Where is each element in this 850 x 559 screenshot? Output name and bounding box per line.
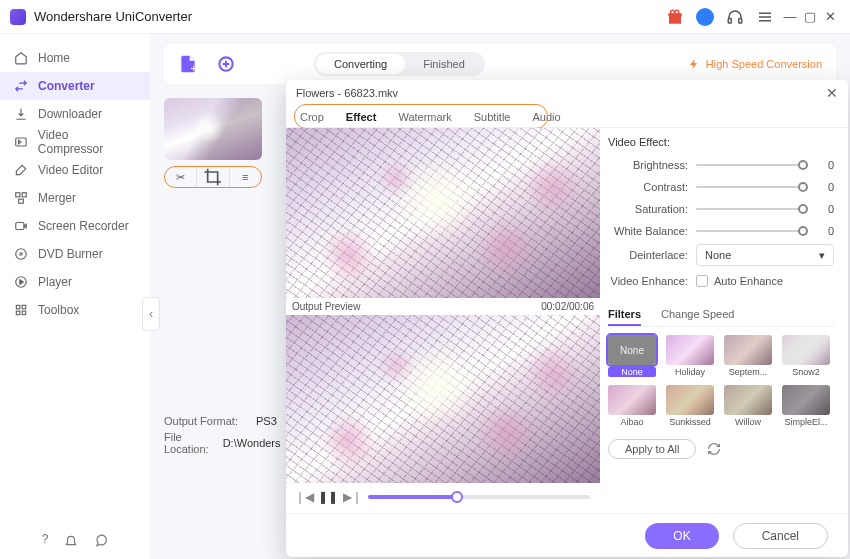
prev-frame-button[interactable]: ❘◀ xyxy=(296,489,312,505)
sidebar: Home Converter Downloader Video Compress… xyxy=(0,34,150,559)
sidebar-item-converter[interactable]: Converter xyxy=(0,72,150,100)
app-logo xyxy=(10,9,26,25)
tab-crop[interactable]: Crop xyxy=(300,111,324,123)
contrast-value: 0 xyxy=(816,181,834,193)
high-speed-toggle[interactable]: High Speed Conversion xyxy=(688,58,822,70)
deinterlace-select[interactable]: None ▾ xyxy=(696,244,834,266)
sidebar-item-downloader[interactable]: Downloader xyxy=(0,100,150,128)
apply-to-all-button[interactable]: Apply to All xyxy=(608,439,696,459)
add-folder-button[interactable] xyxy=(216,54,236,74)
enhance-label: Video Enhance: xyxy=(608,275,688,287)
subtab-filters[interactable]: Filters xyxy=(608,304,641,326)
sidebar-item-toolbox[interactable]: Toolbox xyxy=(0,296,150,324)
filter-aibao[interactable]: Aibao xyxy=(608,385,656,427)
tab-effect[interactable]: Effect xyxy=(346,111,377,123)
menu-icon[interactable] xyxy=(756,8,774,26)
toolbox-icon xyxy=(14,303,28,317)
brightness-value: 0 xyxy=(816,159,834,171)
auto-enhance-checkbox[interactable] xyxy=(696,275,708,287)
avatar-icon[interactable] xyxy=(696,8,714,26)
help-icon[interactable]: ? xyxy=(42,532,49,549)
tab-watermark[interactable]: Watermark xyxy=(398,111,451,123)
sidebar-collapse-button[interactable]: ‹ xyxy=(142,297,160,331)
filter-willow[interactable]: Willow xyxy=(724,385,772,427)
status-tabs: Converting Finished xyxy=(314,52,485,76)
svg-point-11 xyxy=(20,253,22,255)
clip-item[interactable]: ✂ ≡ xyxy=(164,98,262,188)
app-title: Wondershare UniConverter xyxy=(34,9,192,24)
filter-sunkissed[interactable]: Sunkissed xyxy=(666,385,714,427)
sidebar-item-label: Merger xyxy=(38,191,76,205)
sidebar-item-label: Player xyxy=(38,275,72,289)
output-format-value[interactable]: PS3 xyxy=(256,415,277,427)
sidebar-item-recorder[interactable]: Screen Recorder xyxy=(0,212,150,240)
svg-rect-14 xyxy=(22,305,26,309)
maximize-button[interactable]: ▢ xyxy=(800,9,820,24)
filter-snow2[interactable]: Snow2 xyxy=(782,335,830,377)
compressor-icon xyxy=(14,135,28,149)
download-icon xyxy=(14,107,28,121)
contrast-slider[interactable] xyxy=(696,186,808,188)
filter-label: Sunkissed xyxy=(666,417,714,427)
sidebar-item-compressor[interactable]: Video Compressor xyxy=(0,128,150,156)
chat-icon[interactable] xyxy=(94,532,108,549)
sidebar-item-home[interactable]: Home xyxy=(0,44,150,72)
filter-holiday[interactable]: Holiday xyxy=(666,335,714,377)
tab-audio[interactable]: Audio xyxy=(532,111,560,123)
saturation-value: 0 xyxy=(816,203,834,215)
recorder-icon xyxy=(14,219,28,233)
gift-icon[interactable] xyxy=(666,8,684,26)
sidebar-item-label: Screen Recorder xyxy=(38,219,129,233)
sidebar-item-merger[interactable]: Merger xyxy=(0,184,150,212)
tab-converting[interactable]: Converting xyxy=(316,54,405,74)
sidebar-item-label: Video Editor xyxy=(38,163,103,177)
high-speed-label: High Speed Conversion xyxy=(706,58,822,70)
footer-info: Output Format: PS3 File Location: D:\Won… xyxy=(164,410,280,454)
sidebar-item-label: DVD Burner xyxy=(38,247,103,261)
minimize-button[interactable]: — xyxy=(780,9,800,24)
merger-icon xyxy=(14,191,28,205)
more-icon[interactable]: ≡ xyxy=(230,167,261,187)
filter-none[interactable]: None None xyxy=(608,335,656,377)
sidebar-item-dvd[interactable]: DVD Burner xyxy=(0,240,150,268)
settings-column: Video Effect: Brightness: 0 Contrast: 0 … xyxy=(600,128,848,513)
tab-subtitle[interactable]: Subtitle xyxy=(474,111,511,123)
svg-point-10 xyxy=(16,249,27,260)
refresh-icon[interactable] xyxy=(706,441,722,457)
add-file-button[interactable]: + xyxy=(178,54,198,74)
sidebar-item-label: Toolbox xyxy=(38,303,79,317)
filter-september[interactable]: Septem... xyxy=(724,335,772,377)
headset-icon[interactable] xyxy=(726,8,744,26)
whitebalance-value: 0 xyxy=(816,225,834,237)
brightness-slider[interactable] xyxy=(696,164,808,166)
time-display: 00:02/00:06 xyxy=(541,301,594,312)
file-location-value[interactable]: D:\Wonders xyxy=(223,437,281,449)
sidebar-item-editor[interactable]: Video Editor xyxy=(0,156,150,184)
filter-thumb xyxy=(782,385,830,415)
filter-grid: None None Holiday Septem... Snow2 xyxy=(608,327,834,435)
tab-finished[interactable]: Finished xyxy=(405,54,483,74)
brightness-label: Brightness: xyxy=(608,159,688,171)
sidebar-item-label: Downloader xyxy=(38,107,102,121)
filter-simpleel[interactable]: SimpleEl... xyxy=(782,385,830,427)
crop-icon[interactable] xyxy=(197,167,229,187)
svg-rect-13 xyxy=(16,305,20,309)
playback-slider[interactable] xyxy=(368,495,590,499)
player-icon xyxy=(14,275,28,289)
whitebalance-slider[interactable] xyxy=(696,230,808,232)
saturation-slider[interactable] xyxy=(696,208,808,210)
next-frame-button[interactable]: ▶❘ xyxy=(344,489,360,505)
close-window-button[interactable]: ✕ xyxy=(820,9,840,24)
chevron-down-icon: ▾ xyxy=(819,249,825,262)
svg-rect-6 xyxy=(16,193,20,197)
ok-button[interactable]: OK xyxy=(645,523,718,549)
filter-label: Holiday xyxy=(666,367,714,377)
dialog-close-button[interactable]: ✕ xyxy=(826,85,838,101)
sidebar-item-player[interactable]: Player xyxy=(0,268,150,296)
pause-button[interactable]: ❚❚ xyxy=(320,489,336,505)
trim-icon[interactable]: ✂ xyxy=(165,167,197,187)
clip-thumbnail[interactable] xyxy=(164,98,262,160)
cancel-button[interactable]: Cancel xyxy=(733,523,828,549)
subtab-speed[interactable]: Change Speed xyxy=(661,304,734,326)
bell-icon[interactable] xyxy=(64,532,78,549)
